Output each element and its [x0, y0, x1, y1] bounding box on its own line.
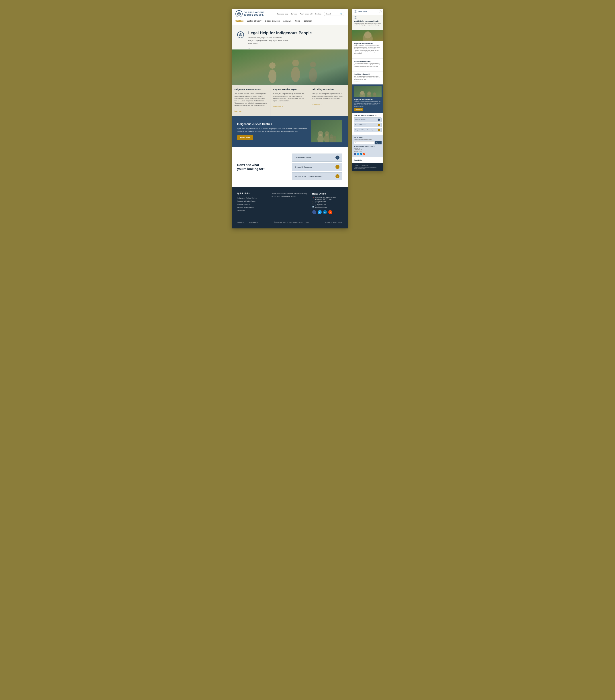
svg-rect-8 [232, 49, 348, 85]
sidebar-learn-more-button[interactable]: Learn More [354, 108, 363, 111]
sidebar-card-text-complaint: Have you had a negative experience with … [354, 76, 382, 80]
card-link-gladue[interactable]: Learn more → [273, 105, 283, 107]
sidebar-signup-button[interactable]: Sign up [375, 141, 382, 145]
footer-link-ijc[interactable]: Indigenous Justice Centres [237, 197, 267, 199]
twitter-icon[interactable]: t [318, 210, 322, 214]
privacy-link[interactable]: PRIVACY [237, 222, 244, 223]
footer-quick-links-title: Quick Links [237, 192, 267, 195]
sidebar-panel: JUSTICE COUNCIL × Legal Help for Indigen… [352, 9, 383, 171]
main-website: BC FIRST NATIONS JUSTICE COUNCIL Resourc… [232, 9, 348, 228]
facebook-icon[interactable]: f [312, 210, 316, 214]
search-box: 🔍 [324, 12, 344, 16]
svg-point-37 [373, 92, 376, 95]
footer-link-gladue[interactable]: Request a Gladue Report [237, 200, 267, 202]
sidebar-card-link-complaint[interactable]: Learn more → [354, 81, 361, 83]
nav-about-us[interactable]: About Us [283, 20, 292, 23]
main-nav: Get Help Justice Strategy Gladue Service… [232, 19, 348, 25]
email-icon: ✉️ [312, 206, 314, 208]
search-icon[interactable]: 🔍 [340, 13, 343, 15]
sidebar-browse-btn[interactable]: Browse All Resources → [354, 123, 382, 127]
svg-point-13 [309, 68, 317, 83]
top-nav: BC FIRST NATIONS JUSTICE COUNCIL Resourc… [232, 9, 348, 19]
svg-point-35 [367, 91, 371, 95]
nav-get-help[interactable]: Get Help [235, 20, 244, 23]
blue-banner: Indigenous Justice Centres If you have a… [232, 116, 348, 147]
card-title-complaint: Help Filing a Complaint [312, 88, 345, 91]
sidebar-twitter-icon[interactable]: t [357, 153, 359, 155]
sidebar-download-icon: ↓ [378, 118, 380, 121]
card-link-ijc[interactable]: Learn more → [234, 110, 245, 112]
top-link-contact[interactable]: Contact [315, 13, 321, 15]
dont-see-section: Don't see whatyou're looking for? Downlo… [232, 147, 348, 187]
nav-justice-strategy[interactable]: Justice Strategy [247, 20, 261, 23]
hero-content: Legal Help for Indigenous People There a… [248, 30, 342, 49]
sidebar-get-in-touch-subtitle: Sign up to receive our latest updates. [354, 139, 382, 140]
sidebar-email-input[interactable] [354, 141, 374, 145]
browse-resources-btn[interactable]: Browse All Resources → [292, 163, 342, 171]
svg-point-33 [360, 91, 364, 95]
nav-news[interactable]: News [295, 20, 300, 23]
sidebar-card-link-gladue[interactable]: Learn more → [354, 68, 361, 70]
sidebar-blue-banner: Indigenous Justice Centres If you have a… [352, 85, 383, 113]
youtube-icon[interactable]: y [328, 210, 332, 214]
card-title-ijc: Indigenous Justice Centres [234, 88, 268, 91]
sidebar-affinity-link[interactable]: Affinity Bridge [359, 168, 365, 169]
footer-link-council[interactable]: Meet the Council [237, 203, 267, 205]
hero-subtitle: There are many legal services available … [248, 37, 289, 45]
search-input[interactable] [326, 13, 339, 15]
sidebar-hero-arrow: ↓ [354, 26, 382, 28]
download-icon: ↓ [335, 155, 339, 160]
sidebar-banner-image [354, 86, 382, 97]
location-icon: 📍 [312, 198, 314, 199]
svg-point-9 [268, 70, 277, 83]
nav-gladue-services[interactable]: Gladue Services [265, 20, 280, 23]
sidebar-close-button[interactable]: × [379, 11, 382, 13]
top-link-apply[interactable]: Apply for an IJC [300, 13, 312, 15]
sidebar-download-btn[interactable]: Download Resource ↓ [354, 117, 382, 122]
divider: | [246, 222, 246, 223]
download-resource-btn[interactable]: Download Resource ↓ [292, 153, 342, 162]
footer-link-proposals[interactable]: Request for Proposals [237, 207, 267, 208]
sidebar-logo-text: JUSTICE COUNCIL [358, 11, 368, 12]
footer-bottom: PRIVACY | DISCLAIMER © Copyright 2023, B… [237, 218, 342, 223]
sidebar-email-row: Sign up [354, 141, 382, 145]
sidebar-footer-links: PRIVACY | DISCLAIMER [354, 164, 382, 166]
sidebar-privacy-link[interactable]: PRIVACY [354, 164, 359, 166]
top-link-careers[interactable]: Careers [291, 13, 297, 15]
disclaimer-link[interactable]: DISCLAIMER [249, 222, 258, 223]
sidebar-request-btn[interactable]: Request an IJC in your Community → [354, 128, 382, 132]
learn-more-button[interactable]: Learn More [237, 135, 253, 140]
action-buttons: Download Resource ↓ Browse All Resources… [292, 153, 342, 180]
hero-title: Legal Help for Indigenous People [248, 30, 342, 36]
sidebar-card-link-ijc[interactable]: Learn more → [354, 55, 361, 57]
sidebar-linkedin-icon[interactable]: in [360, 153, 362, 155]
sidebar-browse-icon: → [378, 124, 380, 126]
affinity-link[interactable]: Affinity Bridge [333, 222, 342, 223]
footer-link-contact[interactable]: Contact Us [237, 210, 267, 212]
top-link-resource-map[interactable]: Resource Map [277, 13, 288, 15]
banner-title: Indigenous Justice Centres [237, 123, 308, 126]
banner-image [311, 120, 342, 142]
sidebar-request-label: Request an IJC in your Community [356, 129, 373, 130]
nav-calendar[interactable]: Calendar [304, 20, 312, 23]
card-complaint: Help Filing a Complaint Have you had a n… [309, 85, 348, 116]
sidebar-disclaimer-link[interactable]: DISCLAIMER [361, 164, 369, 166]
card-link-complaint[interactable]: Learn more → [312, 103, 322, 105]
request-ijc-btn[interactable]: Request an IJC in your Community → [292, 172, 342, 180]
logo-line2: JUSTICE COUNCIL [244, 14, 265, 16]
linkedin-icon[interactable]: in [323, 210, 327, 214]
footer-grid: Quick Links Indigenous Justice Centres R… [237, 192, 342, 214]
sidebar-facebook-icon[interactable]: f [354, 153, 356, 155]
cards-row: Indigenous Justice Centres The BC First … [232, 85, 348, 116]
sidebar-social-icons: f t in y [354, 153, 382, 155]
banner-content: Indigenous Justice Centres If you have a… [237, 123, 308, 140]
sidebar-browse-label: Browse All Resources [356, 124, 367, 125]
svg-point-25 [355, 12, 356, 12]
sidebar-youtube-icon[interactable]: y [363, 153, 365, 155]
svg-point-14 [310, 62, 316, 67]
footer: Quick Links Indigenous Justice Centres R… [232, 187, 348, 228]
hero-section: Legal Help for Indigenous People There a… [232, 25, 348, 49]
sidebar-quick-links-toggle[interactable]: + [380, 159, 382, 161]
browse-arrow-icon: → [335, 165, 339, 169]
footer-territory-text: Published on the traditional unceded ter… [272, 192, 308, 198]
